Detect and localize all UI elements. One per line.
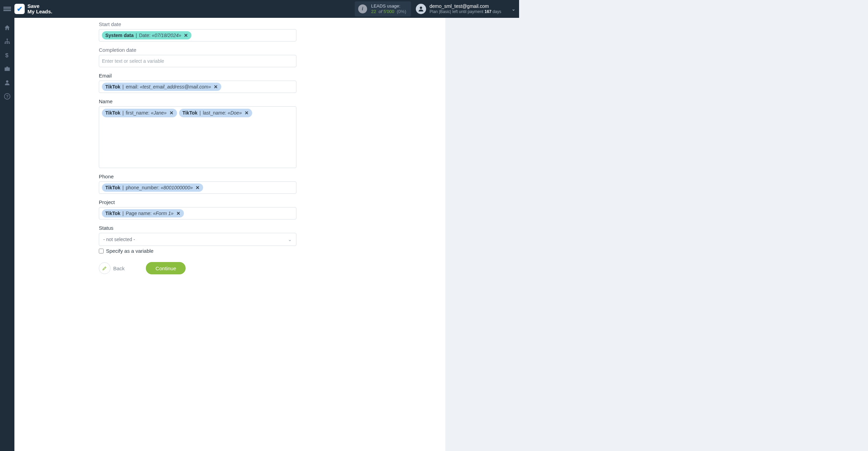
brand-text: Save My Leads. — [27, 3, 52, 14]
chip-first-name[interactable]: TikTok | first_name: «Jane» ✕ — [102, 109, 177, 117]
input-start-date[interactable]: System data | Date: «07/18/2024» ✕ — [99, 29, 296, 41]
app-header: ✔ Save My Leads. i LEADS usage: 22 of 5'… — [0, 0, 519, 18]
home-icon[interactable] — [3, 24, 11, 32]
briefcase-icon[interactable] — [3, 65, 11, 73]
field-status: Status - not selected - ⌄ Specify as a v… — [99, 225, 361, 254]
field-start-date: Start date System data | Date: «07/18/20… — [99, 21, 361, 41]
chip-remove-icon[interactable]: ✕ — [196, 185, 200, 191]
brand-line2: My Leads. — [27, 9, 52, 14]
sidebar: $ ? — [0, 18, 14, 270]
field-email: Email TikTok | email: «test_email_addres… — [99, 73, 361, 93]
chip-phone[interactable]: TikTok | phone_number: «8001000000» ✕ — [102, 183, 203, 192]
input-email[interactable]: TikTok | email: «test_email_address@mail… — [99, 81, 296, 93]
chevron-down-icon: ⌄ — [512, 6, 516, 12]
svg-text:?: ? — [6, 94, 9, 98]
field-completion-date: Completion date — [99, 47, 361, 67]
form-actions: Back Continue — [99, 262, 361, 270]
input-project[interactable]: TikTok | Page name: «Form 1» ✕ — [99, 207, 296, 219]
label-start-date: Start date — [99, 21, 361, 27]
field-phone: Phone TikTok | phone_number: «8001000000… — [99, 174, 361, 194]
specify-label: Specify as a variable — [106, 248, 153, 254]
pencil-icon — [99, 262, 110, 270]
brand-line1: Save — [27, 3, 52, 9]
status-selected-value: - not selected - — [103, 237, 135, 242]
usage-count: 22 — [371, 9, 376, 14]
usage-label: LEADS usage: — [371, 3, 406, 9]
completion-date-text[interactable] — [102, 57, 293, 66]
chip-project[interactable]: TikTok | Page name: «Form 1» ✕ — [102, 209, 184, 218]
field-project: Project TikTok | Page name: «Form 1» ✕ — [99, 199, 361, 219]
usage-text: LEADS usage: 22 of 5'000 (0%) — [371, 3, 406, 15]
svg-rect-3 — [7, 43, 8, 44]
field-name: Name TikTok | first_name: «Jane» ✕ TikTo… — [99, 98, 361, 168]
specify-checkbox[interactable] — [99, 249, 104, 253]
chip-remove-icon[interactable]: ✕ — [245, 110, 249, 116]
user-menu[interactable]: demo_sml_test@gmail.com Plan |Basic| lef… — [416, 3, 516, 15]
usage-percent: (0%) — [396, 9, 406, 14]
user-plan: Plan |Basic| left until payment 167 days — [430, 9, 501, 14]
sitemap-icon[interactable] — [3, 38, 11, 45]
user-text: demo_sml_test@gmail.com Plan |Basic| lef… — [430, 3, 501, 15]
chip-start-date[interactable]: System data | Date: «07/18/2024» ✕ — [102, 31, 191, 40]
svg-point-0 — [420, 7, 422, 9]
menu-toggle[interactable] — [3, 5, 11, 13]
specify-as-variable[interactable]: Specify as a variable — [99, 248, 361, 254]
usage-indicator[interactable]: i LEADS usage: 22 of 5'000 (0%) — [355, 1, 411, 17]
label-phone: Phone — [99, 174, 361, 179]
back-label: Back — [113, 265, 125, 270]
logo: ✔ — [14, 4, 25, 14]
input-completion-date[interactable] — [99, 55, 296, 67]
input-phone[interactable]: TikTok | phone_number: «8001000000» ✕ — [99, 181, 296, 194]
dollar-icon[interactable]: $ — [3, 51, 11, 59]
chip-remove-icon[interactable]: ✕ — [214, 84, 218, 90]
chip-remove-icon[interactable]: ✕ — [169, 110, 174, 116]
chevron-down-icon: ⌄ — [288, 237, 292, 242]
help-icon[interactable]: ? — [3, 93, 11, 100]
usage-limit: 5'000 — [384, 9, 394, 14]
svg-rect-2 — [5, 43, 6, 44]
svg-text:$: $ — [5, 52, 9, 59]
avatar-icon — [416, 4, 426, 14]
svg-rect-1 — [7, 39, 8, 40]
chip-remove-icon[interactable]: ✕ — [184, 32, 188, 39]
svg-point-6 — [6, 80, 9, 83]
back-button[interactable]: Back — [99, 262, 125, 270]
user-icon[interactable] — [3, 79, 11, 86]
chip-remove-icon[interactable]: ✕ — [176, 210, 180, 217]
label-name: Name — [99, 98, 361, 104]
continue-button[interactable]: Continue — [146, 262, 186, 270]
input-name[interactable]: TikTok | first_name: «Jane» ✕ TikTok | l… — [99, 106, 296, 168]
chip-last-name[interactable]: TikTok | last_name: «Doe» ✕ — [179, 109, 252, 117]
label-completion-date: Completion date — [99, 47, 361, 53]
label-project: Project — [99, 199, 361, 205]
user-email: demo_sml_test@gmail.com — [430, 3, 501, 10]
check-icon: ✔ — [17, 5, 23, 13]
status-select[interactable]: - not selected - ⌄ — [99, 233, 296, 246]
info-icon: i — [358, 4, 367, 13]
label-email: Email — [99, 73, 361, 79]
svg-rect-4 — [9, 43, 10, 44]
label-status: Status — [99, 225, 361, 231]
form-card: Start date System data | Date: «07/18/20… — [14, 18, 445, 270]
main-content: Start date System data | Date: «07/18/20… — [14, 18, 519, 270]
chip-email[interactable]: TikTok | email: «test_email_address@mail… — [102, 83, 221, 91]
usage-of: of — [377, 9, 384, 14]
